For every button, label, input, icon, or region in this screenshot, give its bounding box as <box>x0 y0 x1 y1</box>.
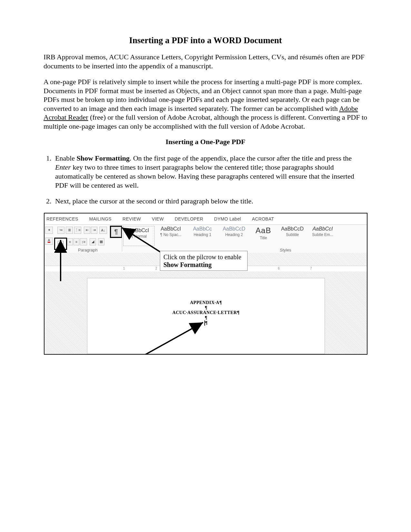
increase-indent-icon[interactable]: ⇥ <box>91 227 97 234</box>
group-label-styles: Styles <box>280 248 291 252</box>
sort-icon[interactable]: A↓ <box>99 227 107 234</box>
intro-2a: A one-page PDF is relatively simple to i… <box>44 78 362 113</box>
borders-button-highlight[interactable] <box>54 238 67 250</box>
tab-developer[interactable]: DEVELOPER <box>175 216 203 222</box>
ribbon-tab-strip: REFERENCES MAILINGS REVIEW VIEW DEVELOPE… <box>44 213 367 225</box>
appendix-title: APPENDIX·A¶ <box>87 300 325 305</box>
screenshot-container: REFERENCES MAILINGS REVIEW VIEW DEVELOPE… <box>44 213 367 355</box>
step-1: Enable Show Formatting. On the first pag… <box>53 154 367 190</box>
steps-list: Enable Show Formatting. On the first pag… <box>44 154 367 206</box>
decrease-indent-icon[interactable]: ⇤ <box>84 227 90 234</box>
show-formatting-button[interactable]: ¶ <box>111 227 121 237</box>
callout-pilcrow: Click on the pilcrow to enable Show Form… <box>160 251 248 271</box>
style-no-spacing[interactable]: AaBbCcI No Spac... <box>156 226 186 243</box>
intro-paragraph-2: A one-page PDF is relatively simple to i… <box>44 77 367 131</box>
numbering-icon[interactable]: ≣ <box>66 227 73 234</box>
ribbon-body: ✦ A ≔ ≣ ⋮≡ ⇤ ⇥ A↓ ≡ ≡ ↕≡ ◢ ▦ ¶ <box>44 225 367 253</box>
shading-icon[interactable]: ◢ <box>90 238 96 245</box>
tab-view[interactable]: VIEW <box>152 216 164 222</box>
font-color-icon[interactable]: A <box>45 238 53 245</box>
intro-paragraph-1: IRB Approval memos, ACUC Assurance Lette… <box>44 53 367 70</box>
pilcrow-mark-1: ¶ <box>87 305 325 310</box>
tab-mailings[interactable]: MAILINGS <box>89 216 112 222</box>
appendix-subtitle: ACUC·ASSURANCE·LETTER¶ <box>87 310 325 315</box>
bullets-icon[interactable]: ≔ <box>57 227 64 234</box>
tab-review[interactable]: REVIEW <box>122 216 141 222</box>
style-heading-1[interactable]: AaBbCc Heading 1 <box>188 226 217 243</box>
style-subtle-emphasis[interactable]: AaBbCcI Subtle Em... <box>308 226 337 243</box>
multilevel-icon[interactable]: ⋮≡ <box>74 227 81 234</box>
align-center-icon[interactable]: ≡ <box>73 238 79 245</box>
style-normal[interactable]: AaBbCcI Normal <box>123 226 155 246</box>
group-label-paragraph: Paragraph <box>78 248 98 252</box>
style-subtitle[interactable]: AaBbCcD Subtitle <box>279 226 306 243</box>
document-page: APPENDIX·A¶ ¶ ACUC·ASSURANCE·LETTER¶ ¶ ¶ <box>87 278 325 354</box>
page-title: Inserting a PDF into a WORD Document <box>44 35 367 45</box>
style-heading-2[interactable]: AaBbCcD Heading 2 <box>219 226 249 243</box>
align-left-icon[interactable]: ≡ <box>67 238 73 245</box>
style-title[interactable]: AaB Title <box>251 226 276 243</box>
word-ribbon-screenshot: REFERENCES MAILINGS REVIEW VIEW DEVELOPE… <box>44 213 367 355</box>
tab-dymo[interactable]: DYMO Label <box>214 216 241 222</box>
step-1-italic: Enter <box>55 163 71 171</box>
pilcrow-mark-2: ¶ <box>87 315 325 320</box>
step-1-bold: Show Formatting <box>77 154 130 162</box>
line-spacing-icon[interactable]: ↕≡ <box>80 238 87 245</box>
section-heading-one-page: Inserting a One-Page PDF <box>44 138 367 146</box>
format-painter-icon[interactable]: ✦ <box>45 227 53 234</box>
borders-icon[interactable]: ▦ <box>98 238 104 245</box>
cursor-paragraph: ¶ <box>87 320 325 326</box>
step-2: Next, place the cursor at the second or … <box>53 197 367 206</box>
tab-acrobat[interactable]: ACROBAT <box>252 216 274 222</box>
intro-2b: (free) or the full version of Adobe Acro… <box>44 113 367 130</box>
tab-references[interactable]: REFERENCES <box>46 216 78 222</box>
